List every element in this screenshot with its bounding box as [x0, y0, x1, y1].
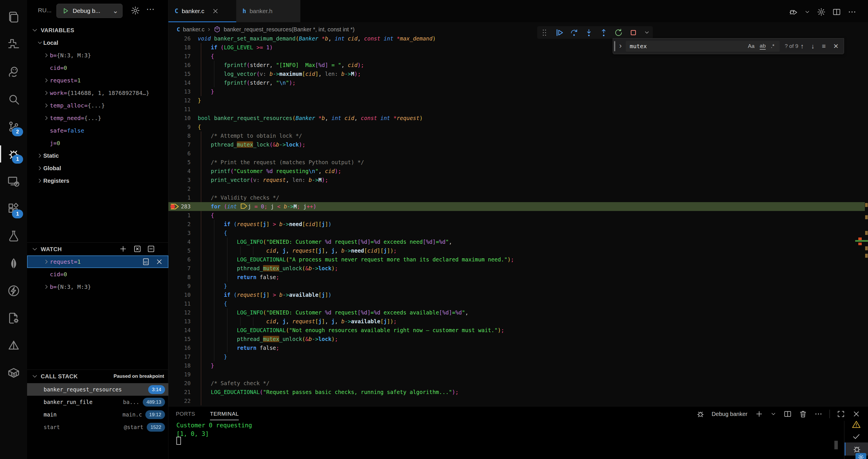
code-line[interactable]: 6: [168, 149, 868, 158]
breadcrumb-file[interactable]: banker.c: [183, 26, 205, 33]
code-line[interactable]: 26void banker_set_maximum_demand(Banker …: [168, 34, 868, 43]
terminal-warning[interactable]: [845, 418, 868, 431]
activity-item-timeline[interactable]: [0, 31, 27, 58]
run-or-debug-icon[interactable]: [789, 7, 798, 17]
code-line[interactable]: 13 }: [168, 87, 868, 96]
line-number[interactable]: 26: [168, 34, 191, 43]
code-line[interactable]: 4 LOG_INFO("DENIED: Customer %d request[…: [168, 238, 868, 246]
terminal-splitter[interactable]: [844, 421, 844, 459]
line-number[interactable]: 22: [168, 397, 191, 405]
code-line[interactable]: 19: [168, 370, 868, 379]
scope-row-registers[interactable]: Registers: [27, 175, 168, 187]
code-line[interactable]: 14 fprintf(stderr, "\n");: [168, 79, 868, 87]
line-number[interactable]: 10: [168, 114, 191, 123]
line-number[interactable]: 8: [168, 131, 191, 140]
settings-icon[interactable]: [817, 7, 826, 17]
activity-item-run-and-debug[interactable]: 1: [0, 140, 27, 167]
line-number[interactable]: 13: [168, 87, 191, 96]
maximize-panel-icon[interactable]: [837, 410, 845, 418]
activity-item-cpp-tools[interactable]: [0, 304, 27, 332]
line-number[interactable]: 8: [168, 273, 191, 282]
code-line[interactable]: 7 pthread_mutex_unlock(&b->lock);: [168, 264, 868, 273]
close-panel-icon[interactable]: [852, 410, 861, 418]
terminal-check[interactable]: [845, 430, 868, 443]
line-number[interactable]: 15: [168, 69, 191, 79]
variable-row-request[interactable]: request = 1: [27, 74, 168, 87]
code-line[interactable]: 2: [168, 184, 868, 193]
watch-row-request[interactable]: request = 101: [27, 255, 168, 268]
line-number[interactable]: 17: [168, 52, 191, 61]
code-line[interactable]: 12}: [168, 96, 868, 105]
more-actions-icon[interactable]: ⋯: [146, 4, 156, 14]
remove-all-watch-icon[interactable]: [133, 245, 142, 253]
code-line[interactable]: 17 }: [168, 353, 868, 361]
code-line[interactable]: 12 LOG_INFO("DENIED: Customer %d request…: [168, 308, 868, 317]
view-binary-icon[interactable]: 01: [142, 257, 150, 266]
code-line[interactable]: 5 cid, j, request[j], j, b->need[cid][j]…: [168, 246, 868, 255]
line-number[interactable]: 5: [168, 246, 191, 255]
activity-item-extensions[interactable]: 1: [0, 195, 27, 222]
variable-row-cid[interactable]: cid = 0: [27, 62, 168, 74]
code-line[interactable]: 3 {: [168, 228, 868, 238]
line-number[interactable]: 17: [168, 353, 191, 361]
variable-row-safe[interactable]: safe = false: [27, 124, 168, 137]
stack-frame-main[interactable]: mainmain.c19:12: [27, 408, 168, 421]
code-line[interactable]: 9{: [168, 123, 868, 131]
code-line[interactable]: 5 /* Print the request (matches Python o…: [168, 158, 868, 167]
new-terminal-icon[interactable]: [755, 410, 764, 418]
panel-tab-ports[interactable]: PORTS: [176, 409, 195, 419]
more-actions-icon[interactable]: [814, 410, 823, 418]
run-options-icon[interactable]: [804, 9, 810, 15]
variable-row-b[interactable]: b = {N:3, M:3}: [27, 49, 168, 62]
watch-row-b[interactable]: b = {N:3, M:3}: [27, 280, 168, 293]
code-line[interactable]: 2 if (request[j] > b->need[cid][j]): [168, 220, 868, 228]
line-number[interactable]: 20: [168, 379, 191, 388]
code-line[interactable]: 8 /* Attempt to obtain lock */: [168, 131, 868, 140]
line-number[interactable]: 9: [168, 282, 191, 290]
code-line[interactable]: 11: [168, 105, 868, 114]
close-tab-icon[interactable]: [212, 7, 219, 15]
scope-row-static[interactable]: Static: [27, 149, 168, 162]
line-number[interactable]: 19: [168, 370, 191, 379]
code-line[interactable]: 17 {: [168, 52, 868, 61]
terminal-title[interactable]: Debug banker: [712, 411, 747, 417]
watch-section-header[interactable]: WATCH: [31, 244, 62, 254]
line-number[interactable]: 4: [168, 167, 191, 176]
code-line[interactable]: 15 pthread_mutex_unlock(&b->lock);: [168, 335, 868, 343]
line-number[interactable]: 14: [168, 79, 191, 87]
launch-profile-icon[interactable]: [770, 411, 777, 417]
line-number[interactable]: 3: [168, 176, 191, 184]
stack-frame-start[interactable]: start@start1522: [27, 421, 168, 433]
code-line[interactable]: 22: [168, 397, 868, 405]
line-number[interactable]: 10: [168, 290, 191, 299]
remove-watch-icon[interactable]: [155, 258, 163, 266]
overview-ruler[interactable]: [865, 0, 868, 406]
line-number[interactable]: 12: [168, 308, 191, 317]
start-debug-icon[interactable]: [61, 6, 70, 15]
code-line[interactable]: 1 {: [168, 211, 868, 220]
activity-item-source-control[interactable]: 2: [0, 113, 27, 140]
line-number[interactable]: 3: [168, 228, 191, 238]
code-line[interactable]: 10bool banker_request_resources(Banker *…: [168, 114, 868, 123]
activity-item-mongodb[interactable]: [0, 250, 27, 277]
current-code-line[interactable]: 283 for (int j = 0; j < b->M; j++): [168, 202, 868, 211]
code-line[interactable]: 9 }: [168, 282, 868, 290]
line-number[interactable]: 7: [168, 264, 191, 273]
code-line[interactable]: 16 return false;: [168, 343, 868, 353]
line-number[interactable]: 13: [168, 317, 191, 326]
code-line[interactable]: 18 }: [168, 361, 868, 370]
line-number[interactable]: 14: [168, 326, 191, 335]
breakpoint-current-frame-icon[interactable]: [169, 203, 189, 210]
activity-item-search[interactable]: [0, 86, 27, 113]
line-number[interactable]: 1: [168, 193, 191, 202]
code-line[interactable]: 6 LOG_EDUCATIONAL("A process must never …: [168, 255, 868, 264]
terminal-scrollbar[interactable]: [834, 441, 838, 449]
debug-config-dropdown[interactable]: Debug b... ⌄: [56, 4, 123, 18]
line-number[interactable]: 1: [168, 211, 191, 220]
line-number[interactable]: 5: [168, 158, 191, 167]
activity-item-explorer[interactable]: [0, 3, 27, 31]
code-line[interactable]: 18 if (LOG_LEVEL >= 1): [168, 43, 868, 52]
scope-row-global[interactable]: Global: [27, 162, 168, 175]
code-line[interactable]: 20 /* Safety check */: [168, 379, 868, 388]
more-actions-icon[interactable]: [847, 7, 857, 17]
